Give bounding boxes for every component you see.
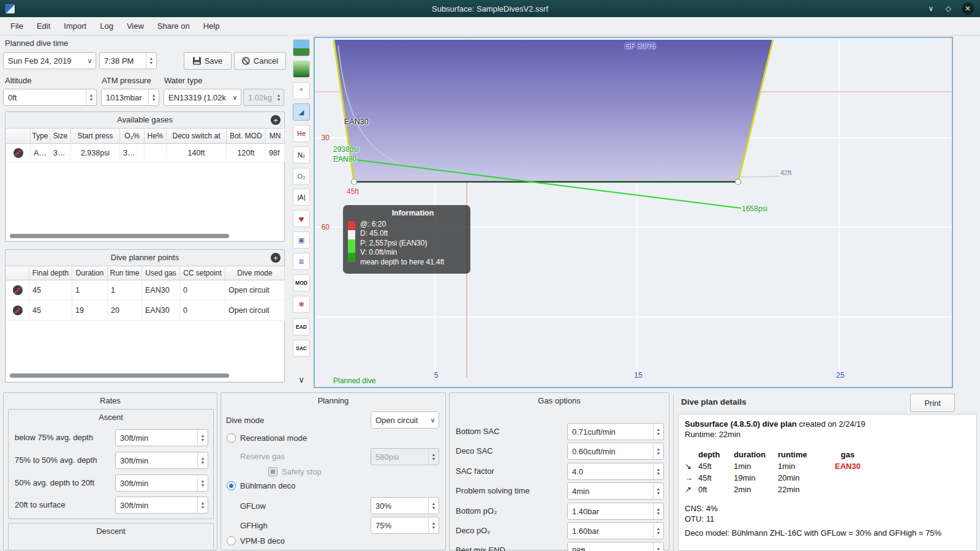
spin-buttons[interactable]	[653, 424, 663, 440]
cell-mode[interactable]: Open circuit	[225, 301, 285, 321]
cell-setpoint[interactable]: 0	[180, 280, 225, 301]
air-icon[interactable]: |A|	[293, 189, 310, 206]
recreational-radio[interactable]	[227, 433, 236, 443]
point-row[interactable]: 45 19 20 EAN30 0 Open circuit	[6, 301, 285, 321]
cell-setpoint[interactable]: 0	[180, 301, 225, 321]
bottom-sac-spinner[interactable]: 0.71cuft/min	[567, 423, 664, 440]
cell-o2[interactable]: 3…	[120, 144, 145, 162]
header-final-depth[interactable]: Final depth	[29, 266, 72, 280]
menu-help[interactable]: Help	[197, 19, 227, 33]
menu-share-on[interactable]: Share on	[151, 19, 197, 33]
save-button[interactable]: Save	[184, 52, 232, 70]
spin-buttons[interactable]	[653, 542, 663, 551]
he-graph-icon[interactable]: He	[293, 125, 310, 142]
ascent-rate-spinner-3[interactable]: 30ft/min	[115, 474, 208, 492]
problem-time-spinner[interactable]: 4min	[567, 482, 664, 500]
header-bot-mod[interactable]: Bot. MOD	[227, 129, 266, 143]
o2-graph-icon[interactable]: O₂	[293, 168, 310, 185]
add-gas-icon[interactable]	[271, 115, 281, 125]
header-he[interactable]: He%	[145, 129, 167, 143]
sac-factor-spinner[interactable]: 4.0	[567, 463, 664, 480]
cell-mnd[interactable]: 98f	[266, 144, 285, 162]
spin-buttons[interactable]	[197, 452, 208, 468]
spin-buttons[interactable]	[146, 53, 156, 69]
delete-point-icon[interactable]	[13, 285, 23, 295]
cell-he[interactable]	[145, 144, 167, 162]
spin-buttons[interactable]	[197, 475, 208, 491]
cell-gas[interactable]: EAN30	[142, 280, 180, 301]
header-run-time[interactable]: Run time	[108, 266, 142, 280]
gas-row[interactable]: A… 3… 2,938psi 3… 140ft 120ft 98f	[6, 144, 285, 162]
buhlmann-radio[interactable]	[227, 481, 236, 490]
heart-rate-icon[interactable]: ♥	[293, 210, 310, 227]
chevron-down-icon[interactable]	[427, 412, 439, 428]
sac-icon[interactable]: SAC	[293, 340, 310, 357]
vpmb-radio[interactable]	[227, 536, 236, 545]
header-dive-mode[interactable]: Dive mode	[225, 266, 285, 280]
spin-buttons[interactable]	[428, 517, 439, 533]
cell-duration[interactable]: 1	[72, 280, 108, 301]
cell-deco-switch[interactable]: 140ft	[167, 144, 227, 162]
add-point-icon[interactable]	[271, 253, 281, 263]
spin-buttons[interactable]	[86, 89, 96, 105]
ascent-rate-spinner-1[interactable]: 30ft/min	[115, 429, 208, 446]
cell-mode[interactable]: Open circuit	[225, 280, 285, 301]
collapse-chevron-icon[interactable]: ∨	[293, 371, 310, 388]
header-size[interactable]: Size	[50, 129, 71, 143]
spin-buttons[interactable]	[653, 503, 663, 519]
point-row[interactable]: 45 1 1 EAN30 0 Open circuit	[6, 280, 285, 301]
menu-import[interactable]: Import	[57, 19, 93, 33]
date-combo[interactable]: Sun Feb 24, 2019	[3, 52, 96, 69]
chevron-down-icon[interactable]	[84, 53, 96, 69]
header-used-gas[interactable]: Used gas	[142, 266, 180, 280]
header-o2[interactable]: O₂%	[120, 129, 145, 143]
spin-buttons[interactable]	[653, 523, 663, 539]
tank-pressure-icon[interactable]: ◢	[293, 103, 310, 121]
spin-buttons[interactable]	[197, 497, 208, 513]
atm-pressure-spinner[interactable]: 1013mbar	[101, 89, 159, 106]
cancel-button[interactable]: Cancel	[234, 52, 286, 70]
cell-bot-mod[interactable]: 120ft	[227, 144, 266, 162]
bottom-po2-spinner[interactable]: 1.40bar	[567, 503, 664, 520]
spin-buttons[interactable]	[197, 430, 208, 446]
maximize-icon[interactable]: ◇	[942, 2, 954, 15]
gases-horizontal-scrollbar[interactable]	[10, 234, 229, 238]
dive-profile-chart[interactable]: GF 30/75 30 60 5 15 25 EAN30 2938psi EAN…	[314, 37, 953, 388]
ascent-rate-spinner-2[interactable]: 30ft/min	[115, 452, 208, 469]
cell-delete[interactable]	[6, 301, 29, 321]
header-cc-setpoint[interactable]: CC setpoint	[180, 266, 225, 280]
close-icon[interactable]: ✕	[962, 2, 974, 15]
spin-buttons[interactable]	[148, 89, 159, 105]
cell-depth[interactable]: 45	[29, 280, 72, 301]
cell-size[interactable]: 3…	[50, 144, 71, 162]
photos-icon[interactable]: ▣	[293, 231, 310, 249]
cell-type[interactable]: A…	[31, 144, 50, 162]
cell-gas[interactable]: EAN30	[142, 301, 180, 321]
header-mnd[interactable]: MN	[266, 129, 285, 143]
spin-buttons[interactable]	[653, 443, 663, 459]
mod-icon[interactable]: MOD	[293, 274, 310, 291]
spin-buttons[interactable]	[428, 498, 439, 514]
delete-point-icon[interactable]	[13, 305, 23, 315]
cell-runtime[interactable]: 20	[108, 301, 142, 321]
chevron-down-icon[interactable]	[229, 89, 241, 105]
gflow-spinner[interactable]: 30%	[371, 497, 439, 514]
header-deco-switch[interactable]: Deco switch at	[167, 129, 227, 143]
ceiling-icon[interactable]	[293, 39, 310, 56]
gfhigh-spinner[interactable]: 75%	[371, 517, 439, 534]
cell-runtime[interactable]: 1	[108, 280, 142, 301]
cell-depth[interactable]: 45	[29, 301, 72, 321]
temperature-icon[interactable]: °	[293, 82, 310, 99]
water-type-combo[interactable]: EN13319 (1.02k	[164, 89, 241, 106]
n2-graph-icon[interactable]: N₂	[293, 146, 310, 163]
best-mix-end-spinner[interactable]: 98ft	[567, 542, 664, 551]
menu-edit[interactable]: Edit	[30, 19, 57, 33]
spin-buttons[interactable]	[653, 483, 663, 499]
delete-gas-icon[interactable]	[13, 148, 23, 158]
print-button[interactable]: Print	[910, 394, 955, 412]
deco-sac-spinner[interactable]: 0.60cuft/min	[567, 443, 664, 460]
ndl-icon[interactable]: ✻	[293, 296, 310, 313]
tissues-icon[interactable]: ≣	[293, 253, 310, 270]
dive-mode-combo[interactable]: Open circuit	[371, 411, 439, 429]
minimize-icon[interactable]: ∨	[925, 2, 937, 15]
